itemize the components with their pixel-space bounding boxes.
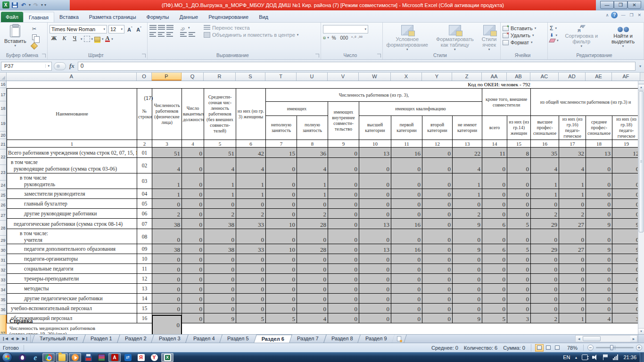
help-icon[interactable]: ?	[611, 12, 618, 18]
column-number-cell[interactable]: 16	[531, 140, 559, 148]
value-cell[interactable]: 38	[204, 244, 236, 254]
value-cell[interactable]: 0	[586, 304, 612, 313]
column-number-cell[interactable]: 6	[236, 140, 266, 148]
row-label-cell[interactable]: в том числеруководящие работники (сумма …	[7, 158, 137, 173]
value-cell[interactable]: 0	[531, 264, 559, 274]
value-cell[interactable]: 29	[531, 219, 559, 229]
row-header-16[interactable]: 16	[0, 81, 7, 88]
normal-view-button[interactable]	[535, 344, 544, 352]
value-cell[interactable]: 0	[422, 189, 453, 199]
value-cell[interactable]: 9	[586, 219, 612, 229]
value-cell[interactable]: 29	[531, 244, 559, 254]
header-cell[interactable]: среднее профес- сиональное	[586, 116, 612, 140]
value-cell[interactable]: 0	[266, 294, 297, 304]
clear-button[interactable]: ▾	[550, 39, 559, 42]
value-cell[interactable]: 32	[559, 148, 586, 158]
value-cell[interactable]: 0	[182, 313, 204, 323]
value-cell[interactable]: 0	[297, 254, 328, 264]
zoom-out-icon[interactable]: −	[587, 345, 594, 351]
value-cell[interactable]: 38	[204, 219, 236, 229]
row-header-33[interactable]: 33	[0, 275, 7, 285]
value-cell[interactable]: 0	[236, 199, 266, 209]
value-cell[interactable]: 0	[328, 158, 359, 173]
value-cell[interactable]: 0	[182, 264, 204, 274]
value-cell[interactable]: 0	[204, 229, 236, 244]
column-number-cell[interactable]: 3	[152, 140, 182, 148]
first-sheet-icon[interactable]: ❙◀	[2, 337, 8, 341]
value-cell[interactable]: 35	[531, 148, 559, 158]
value-cell[interactable]: 0	[586, 158, 612, 173]
value-cell[interactable]: 0	[152, 264, 182, 274]
value-cell[interactable]: 0	[422, 313, 453, 323]
value-cell[interactable]: 5	[482, 313, 507, 323]
align-left-icon[interactable]	[149, 32, 157, 38]
value-cell[interactable]: 0	[482, 229, 507, 244]
conditional-formatting-button[interactable]: Условное форматирование▾	[383, 24, 431, 52]
row-header-20[interactable]: 20	[0, 132, 7, 139]
column-number-cell[interactable]: 13	[453, 140, 482, 148]
value-cell[interactable]: 0	[612, 229, 641, 244]
underline-button[interactable]: Ч	[70, 35, 79, 43]
row-code-cell[interactable]: 03	[137, 173, 152, 189]
value-cell[interactable]: 13	[359, 148, 391, 158]
value-cell[interactable]: 0	[612, 209, 641, 219]
taskbar-item-yandex-browser-icon[interactable]: Y	[148, 353, 160, 362]
value-cell[interactable]: 0	[152, 199, 182, 209]
ribbon-tab-5[interactable]: Данные	[174, 12, 203, 22]
split-handle[interactable]	[638, 81, 644, 84]
header-cell[interactable]: полную занятость	[297, 116, 328, 140]
horizontal-scroll-thumb[interactable]	[583, 336, 601, 341]
column-header-AD[interactable]: AD	[559, 73, 586, 81]
value-cell[interactable]: 28	[297, 244, 328, 254]
column-header-AE[interactable]: AE	[586, 73, 612, 81]
value-cell[interactable]: 0	[266, 254, 297, 264]
value-cell[interactable]: 0	[359, 209, 391, 219]
value-cell[interactable]: 0	[482, 304, 507, 313]
sheet-tab-7[interactable]: Раздел 6	[254, 335, 292, 343]
value-cell[interactable]: 33	[236, 219, 266, 229]
column-header-Q[interactable]: Q	[182, 73, 204, 81]
value-cell[interactable]: 0	[152, 254, 182, 264]
sheet-tab-6[interactable]: Раздел 5	[220, 335, 257, 343]
align-right-icon[interactable]	[166, 32, 173, 38]
value-cell[interactable]: 9	[586, 244, 612, 254]
value-cell[interactable]: 0	[586, 189, 612, 199]
column-header-Y[interactable]: Y	[422, 73, 452, 81]
sheet-area[interactable]: Код по ОКЕИ: человек - 792 Наименование№…	[7, 81, 640, 334]
header-cell[interactable]: высшей категории	[359, 116, 391, 140]
value-cell[interactable]: 0	[453, 229, 482, 244]
value-cell[interactable]: 0	[482, 274, 507, 284]
value-cell[interactable]: 1	[297, 173, 328, 189]
value-cell[interactable]: 0	[531, 284, 559, 294]
value-cell[interactable]: 1	[559, 313, 586, 323]
header-cell[interactable]: второй категории	[422, 116, 453, 140]
ribbon-tab-4[interactable]: Формулы	[141, 12, 174, 22]
name-box-handle[interactable]	[54, 62, 66, 70]
paste-button[interactable]: Вставить▾	[2, 24, 29, 49]
value-cell[interactable]: 0	[559, 294, 586, 304]
value-cell[interactable]: 0	[391, 158, 422, 173]
row-code-cell[interactable]: 11	[137, 264, 152, 274]
row-code-cell[interactable]: 09	[137, 244, 152, 254]
column-header-W[interactable]: W	[359, 73, 391, 81]
increase-font-icon[interactable]: Аˆ	[126, 26, 133, 33]
value-cell[interactable]: 0	[236, 304, 266, 313]
value-cell[interactable]: 0	[152, 284, 182, 294]
select-all-corner[interactable]	[0, 73, 7, 81]
value-cell[interactable]: 0	[482, 158, 507, 173]
value-cell[interactable]: 4	[531, 158, 559, 173]
value-cell[interactable]: 0	[391, 304, 422, 313]
value-cell[interactable]: 0	[559, 284, 586, 294]
undo-dropdown-icon[interactable]: ▾	[29, 3, 31, 7]
value-cell[interactable]: 13	[359, 219, 391, 229]
value-cell[interactable]: 16	[391, 148, 422, 158]
tray-expand-icon[interactable]: ▲	[575, 356, 578, 359]
value-cell[interactable]: 1	[453, 173, 482, 189]
value-cell[interactable]: 0	[453, 254, 482, 264]
value-cell[interactable]: 27	[559, 244, 586, 254]
value-cell[interactable]: 0	[422, 254, 453, 264]
align-middle-icon[interactable]	[158, 25, 165, 31]
value-cell[interactable]: 1	[297, 189, 328, 199]
header-cell[interactable]: из них (из гр.16) педаго- гическое	[559, 116, 586, 140]
horizontal-scrollbar[interactable]: ◀ ▶	[575, 335, 637, 342]
